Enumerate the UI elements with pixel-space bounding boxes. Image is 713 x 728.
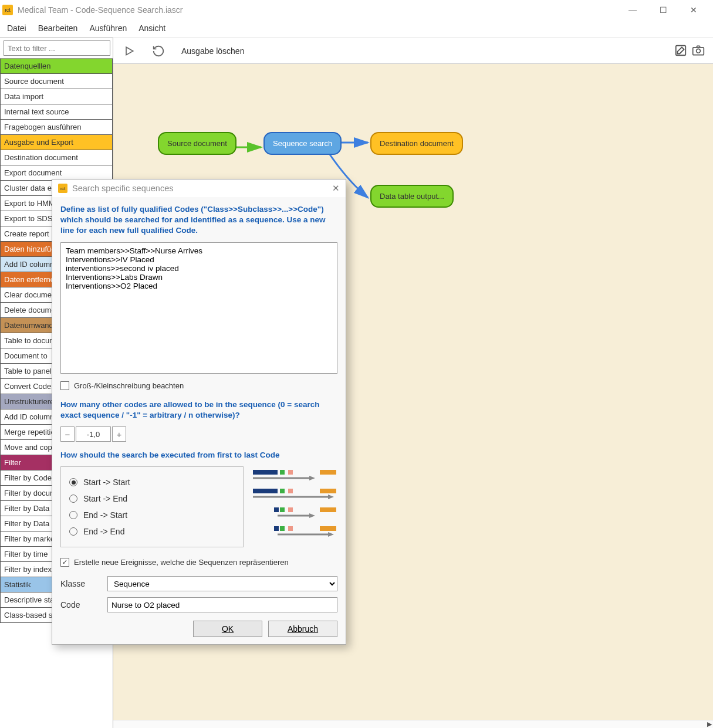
node-data-table-output[interactable]: Data table output... bbox=[370, 185, 454, 208]
sidebar-item[interactable]: Ausgabe und Export bbox=[0, 135, 113, 150]
svg-rect-17 bbox=[280, 489, 285, 493]
direction-radio-group: Start -> StartStart -> EndEnd -> StartEn… bbox=[60, 466, 244, 547]
node-sequence-search[interactable]: Sequence search bbox=[263, 132, 342, 155]
ok-button[interactable]: OK bbox=[193, 621, 262, 637]
svg-marker-32 bbox=[328, 532, 334, 537]
direction-radio-option[interactable]: Start -> Start bbox=[69, 474, 235, 490]
svg-rect-15 bbox=[320, 470, 336, 475]
case-label: Groß-/Kleinschreibung beachten bbox=[74, 381, 184, 390]
node-destination-document[interactable]: Destination document bbox=[370, 132, 463, 155]
svg-marker-26 bbox=[309, 513, 315, 518]
sidebar-item[interactable]: Datenquelllen bbox=[0, 59, 113, 74]
sequence-search-dialog: ıct Search specific sequences ✕ Define a… bbox=[52, 179, 346, 645]
spinner-value[interactable]: -1,0 bbox=[76, 426, 111, 442]
create-events-label: Erstelle neue Ereignisse, welche die Seq… bbox=[74, 558, 289, 567]
radio-icon bbox=[69, 511, 77, 519]
close-button[interactable]: ✕ bbox=[685, 3, 702, 17]
svg-rect-18 bbox=[288, 489, 293, 493]
sidebar-item[interactable]: Fragebogen ausführen bbox=[0, 120, 113, 135]
svg-rect-12 bbox=[288, 470, 293, 475]
radio-label: Start -> Start bbox=[83, 478, 130, 487]
dialog-description: Define as list of fully qualified Codes … bbox=[60, 204, 337, 236]
filter-input[interactable] bbox=[4, 40, 110, 56]
direction-radio-option[interactable]: End -> End bbox=[69, 523, 235, 540]
run-icon[interactable] bbox=[123, 45, 136, 57]
clear-output-button[interactable]: Ausgabe löschen bbox=[181, 46, 244, 56]
edit-icon[interactable] bbox=[674, 44, 687, 57]
radio-icon bbox=[69, 527, 77, 536]
radio-label: End -> End bbox=[83, 527, 124, 536]
svg-rect-30 bbox=[288, 526, 293, 531]
svg-marker-4 bbox=[126, 47, 133, 55]
window-controls: — ☐ ✕ bbox=[624, 3, 711, 17]
direction-radio-option[interactable]: End -> Start bbox=[69, 507, 235, 523]
camera-icon[interactable] bbox=[692, 44, 705, 57]
direction-radio-option[interactable]: Start -> End bbox=[69, 490, 235, 507]
sidebar-item[interactable]: Internal text source bbox=[0, 104, 113, 120]
radio-icon bbox=[69, 478, 77, 486]
node-label: Data table output... bbox=[380, 192, 444, 201]
dialog-app-icon: ıct bbox=[58, 184, 67, 193]
horizontal-scrollbar[interactable]: ▶ bbox=[113, 720, 713, 728]
refresh-icon[interactable] bbox=[152, 45, 165, 57]
menu-ausfuehren[interactable]: Ausführen bbox=[89, 23, 127, 33]
klasse-label: Klasse bbox=[60, 579, 99, 588]
svg-rect-33 bbox=[320, 526, 336, 531]
node-label: Destination document bbox=[380, 139, 454, 148]
sidebar-item[interactable]: Data import bbox=[0, 89, 113, 104]
app-icon: ıct bbox=[2, 5, 13, 15]
svg-rect-29 bbox=[280, 526, 285, 531]
minimize-button[interactable]: — bbox=[624, 3, 641, 17]
allowed-codes-spinner: − -1,0 + bbox=[60, 426, 337, 442]
direction-diagrams bbox=[252, 466, 337, 537]
svg-rect-22 bbox=[274, 507, 279, 512]
svg-rect-24 bbox=[288, 507, 293, 512]
howmany-label: How many other codes are allowed to be i… bbox=[60, 399, 337, 421]
svg-rect-21 bbox=[320, 489, 336, 493]
howexec-label: How should the search be executed from f… bbox=[60, 450, 337, 460]
maximize-button[interactable]: ☐ bbox=[654, 3, 672, 17]
menu-ansicht[interactable]: Ansicht bbox=[138, 23, 165, 33]
code-label: Code bbox=[60, 600, 99, 610]
svg-rect-28 bbox=[274, 526, 279, 531]
klasse-select[interactable]: Sequence bbox=[107, 576, 337, 591]
codes-textarea[interactable] bbox=[60, 242, 337, 374]
dialog-close-button[interactable]: ✕ bbox=[332, 183, 340, 194]
radio-label: Start -> End bbox=[83, 494, 127, 503]
svg-rect-16 bbox=[253, 489, 278, 493]
canvas-toolbar: Ausgabe löschen bbox=[113, 38, 713, 63]
menu-datei[interactable]: Datei bbox=[7, 23, 26, 33]
case-checkbox[interactable] bbox=[60, 381, 69, 390]
svg-rect-27 bbox=[320, 507, 336, 512]
svg-rect-11 bbox=[280, 470, 285, 475]
code-input[interactable] bbox=[107, 597, 337, 612]
radio-label: End -> Start bbox=[83, 510, 127, 520]
radio-icon bbox=[69, 495, 77, 503]
menubar: Datei Bearbeiten Ausführen Ansicht bbox=[0, 20, 713, 38]
window-titlebar: ıct Medical Team - Code-Sequence Search.… bbox=[0, 0, 713, 20]
node-source-document[interactable]: Source document bbox=[158, 132, 236, 155]
svg-rect-10 bbox=[253, 470, 278, 475]
cancel-button[interactable]: Abbruch bbox=[268, 621, 337, 637]
svg-marker-14 bbox=[309, 476, 315, 480]
sidebar-item[interactable]: Source document bbox=[0, 74, 113, 89]
node-label: Source document bbox=[167, 139, 227, 148]
spinner-decrement[interactable]: − bbox=[60, 426, 75, 442]
node-label: Sequence search bbox=[273, 139, 332, 148]
sidebar-item[interactable]: Destination document bbox=[0, 150, 113, 165]
svg-rect-23 bbox=[280, 507, 285, 512]
spinner-increment[interactable]: + bbox=[112, 426, 126, 442]
svg-point-7 bbox=[697, 49, 701, 53]
svg-marker-20 bbox=[328, 495, 334, 499]
menu-bearbeiten[interactable]: Bearbeiten bbox=[38, 23, 78, 33]
dialog-title: Search specific sequences bbox=[72, 184, 174, 193]
create-events-checkbox[interactable]: ✓ bbox=[60, 558, 69, 567]
window-title: Medical Team - Code-Sequence Search.iasc… bbox=[18, 5, 183, 15]
